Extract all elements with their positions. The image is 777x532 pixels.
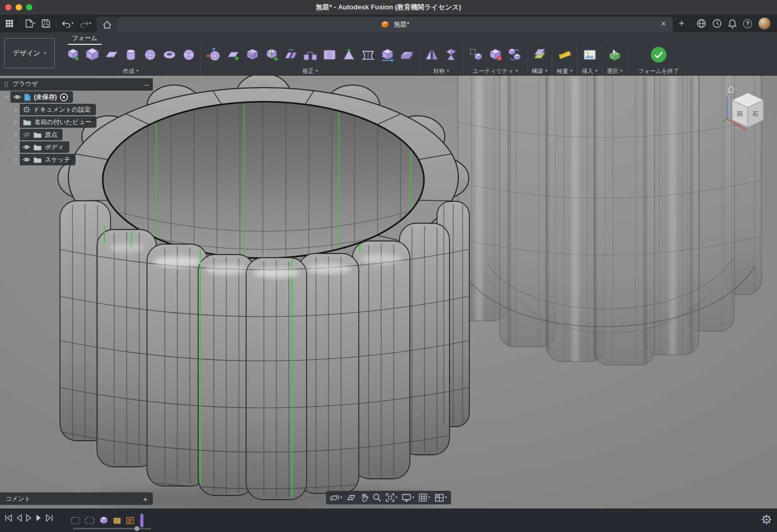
- grid-snap-button[interactable]: ▾: [419, 493, 430, 502]
- insert-media-button[interactable]: [580, 44, 599, 65]
- display-mode-button[interactable]: [466, 44, 485, 65]
- circular-symmetry-button[interactable]: [441, 44, 460, 65]
- pan-button[interactable]: [360, 493, 368, 502]
- insert-group-dropdown[interactable]: 挿入 ▾: [581, 67, 597, 75]
- timeline-group-marker[interactable]: [71, 516, 80, 525]
- browser-row-document[interactable]: (未保存): [0, 91, 153, 103]
- chevron-right-icon[interactable]: [11, 145, 20, 150]
- weld-vertices-button[interactable]: [339, 44, 358, 65]
- finish-form-button[interactable]: [630, 44, 687, 65]
- home-tab[interactable]: [96, 17, 117, 32]
- step-back-button[interactable]: [16, 514, 22, 522]
- capture-history-badge[interactable]: [60, 93, 68, 101]
- edit-form-button[interactable]: [204, 44, 223, 65]
- create-sphere-button[interactable]: [140, 44, 160, 65]
- browser-collapse-button[interactable]: –: [144, 80, 149, 89]
- browser-row-document-settings[interactable]: ドキュメントの設定: [0, 103, 153, 116]
- visibility-toggle[interactable]: [23, 131, 30, 138]
- extensions-button[interactable]: [697, 19, 706, 28]
- timeline-slider-thumb[interactable]: [135, 526, 139, 531]
- browser-row-sketches[interactable]: スケッチ: [0, 153, 153, 166]
- measure-button[interactable]: [555, 44, 574, 65]
- new-tab-button[interactable]: +: [673, 18, 690, 29]
- merge-edge-button[interactable]: [281, 44, 300, 65]
- profile-button[interactable]: [758, 17, 771, 30]
- modify-group-dropdown[interactable]: 修正 ▾: [302, 67, 318, 75]
- visibility-toggle[interactable]: [23, 156, 30, 163]
- file-menu-button[interactable]: ▾: [23, 18, 38, 29]
- chevron-right-icon[interactable]: [11, 158, 20, 162]
- mirror-symmetry-button[interactable]: [422, 44, 441, 65]
- look-at-button[interactable]: [347, 494, 356, 502]
- create-torus-button[interactable]: [160, 44, 179, 65]
- crease-button[interactable]: [358, 44, 378, 65]
- workspace-selector[interactable]: デザイン ▾: [4, 38, 55, 68]
- browser-row-origin[interactable]: 原点: [0, 128, 153, 141]
- browser-row-named-views[interactable]: 名前の付いたビュー: [0, 116, 153, 128]
- help-button[interactable]: ?: [743, 19, 752, 28]
- redo-button[interactable]: ▾: [78, 18, 93, 29]
- chevron-right-icon[interactable]: [11, 120, 20, 125]
- visibility-toggle[interactable]: [14, 94, 21, 100]
- fill-hole-button[interactable]: [320, 44, 339, 65]
- create-group-dropdown[interactable]: 作成 ▾: [123, 67, 138, 75]
- notifications-button[interactable]: [728, 19, 737, 28]
- select-tool-button[interactable]: [605, 44, 624, 65]
- thicken-button[interactable]: [397, 44, 416, 65]
- chevron-right-icon[interactable]: [11, 132, 20, 137]
- skip-to-start-button[interactable]: [4, 514, 13, 522]
- subdivide-button[interactable]: [242, 44, 262, 65]
- minimize-window-button[interactable]: [16, 4, 22, 10]
- browser-row-bodies[interactable]: ボディ: [0, 141, 153, 153]
- browser-header[interactable]: ブラウザ –: [0, 78, 153, 91]
- display-settings-button[interactable]: ▾: [402, 494, 414, 502]
- viewcube[interactable]: 前 右: [723, 84, 771, 135]
- timeline-position-marker[interactable]: [139, 513, 144, 528]
- create-box-button[interactable]: [63, 44, 82, 65]
- skip-to-end-button[interactable]: [45, 514, 54, 522]
- document-tab[interactable]: 無題* ✕: [117, 17, 673, 32]
- insert-edge-button[interactable]: [262, 44, 281, 65]
- timeline-group-marker[interactable]: [85, 516, 94, 525]
- insert-face-button[interactable]: [223, 44, 242, 65]
- create-primitive-cube-button[interactable]: [82, 44, 102, 65]
- timeline-form-feature[interactable]: [99, 516, 108, 525]
- timeline-sketch-list-feature[interactable]: [126, 516, 135, 525]
- comments-bar[interactable]: コメント +: [0, 492, 153, 505]
- close-window-button[interactable]: [5, 4, 11, 10]
- viewports-button[interactable]: ▾: [435, 494, 447, 502]
- expand-comments-button[interactable]: +: [143, 494, 148, 503]
- chevron-down-icon[interactable]: [2, 95, 10, 99]
- zoom-button[interactable]: [373, 493, 381, 502]
- play-button[interactable]: [26, 514, 32, 522]
- close-tab-button[interactable]: ✕: [661, 20, 666, 28]
- symmetry-group-dropdown[interactable]: 対称 ▾: [433, 67, 449, 75]
- zoom-window-button[interactable]: [26, 4, 32, 10]
- construct-group-dropdown[interactable]: 構築 ▾: [531, 67, 547, 75]
- form-context-tab[interactable]: フォーム: [68, 34, 102, 45]
- repair-body-button[interactable]: [485, 44, 505, 65]
- visibility-toggle[interactable]: [23, 144, 30, 150]
- select-group-dropdown[interactable]: 選択 ▾: [606, 67, 622, 75]
- job-status-button[interactable]: [712, 19, 722, 28]
- utilities-group-dropdown[interactable]: ユーティリティ ▾: [472, 67, 518, 75]
- step-forward-button[interactable]: [35, 514, 42, 522]
- slide-edge-button[interactable]: [378, 44, 397, 65]
- inspect-group-dropdown[interactable]: 検査 ▾: [556, 67, 572, 75]
- convert-button[interactable]: [505, 44, 524, 65]
- orbit-button[interactable]: ▾: [330, 493, 342, 502]
- timeline-settings-button[interactable]: [761, 514, 772, 526]
- bridge-button[interactable]: [300, 44, 320, 65]
- timeline-zoom-slider[interactable]: [73, 528, 151, 529]
- app-grid-button[interactable]: [3, 18, 16, 29]
- chevron-right-icon[interactable]: [11, 107, 20, 112]
- finish-form-label-button[interactable]: フォームを終了: [638, 67, 679, 75]
- construct-plane-button[interactable]: [530, 44, 549, 65]
- timeline-sketch-feature[interactable]: [113, 516, 122, 525]
- save-button[interactable]: [40, 18, 52, 29]
- create-plane-button[interactable]: [102, 44, 121, 65]
- create-cylinder-button[interactable]: [121, 44, 140, 65]
- viewcube-home-icon[interactable]: [728, 87, 734, 92]
- undo-button[interactable]: ▾: [60, 18, 76, 29]
- fit-button[interactable]: ▾: [386, 493, 397, 502]
